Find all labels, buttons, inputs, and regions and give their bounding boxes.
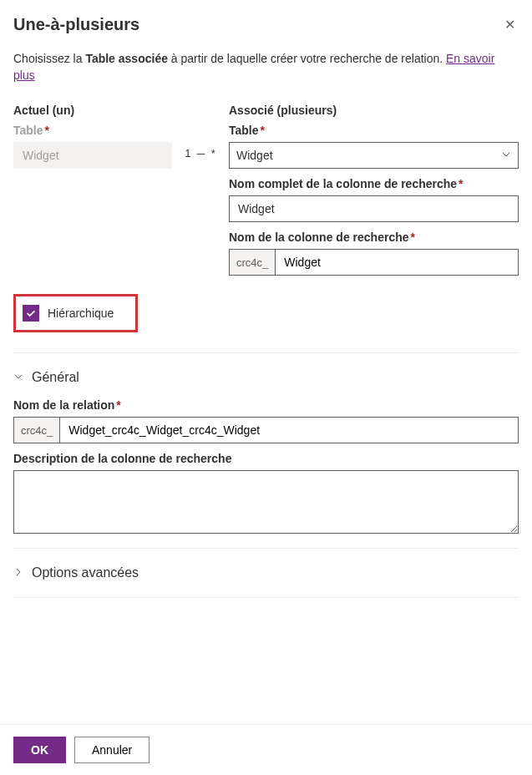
related-table-label: Table* <box>229 124 519 137</box>
lookup-display-name-input[interactable] <box>236 201 511 216</box>
related-table-value: Widget <box>236 149 273 162</box>
intro-bold: Table associée <box>85 52 168 65</box>
intro-text: Choisissez la Table associée à partir de… <box>13 51 519 84</box>
description-label: Description de la colonne de recherche <box>13 452 519 465</box>
intro-post: à partir de laquelle créer votre recherc… <box>168 52 446 65</box>
cancel-button[interactable]: Annuler <box>74 737 149 763</box>
intro-pre: Choisissez la <box>13 52 85 65</box>
hierarchical-highlight: Hiérarchique <box>13 294 138 332</box>
advanced-header: Options avancées <box>32 565 139 580</box>
lookup-display-name-label: Nom complet de la colonne de recherche* <box>229 177 519 190</box>
general-expander[interactable]: Général <box>13 365 519 390</box>
lookup-prefix: crc4c_ <box>229 249 275 276</box>
current-heading: Actuel (un) <box>13 104 172 117</box>
relation-name-prefix: crc4c_ <box>13 417 59 443</box>
hierarchical-checkbox[interactable] <box>23 305 39 322</box>
lookup-display-name-field[interactable] <box>229 195 519 222</box>
close-icon[interactable]: ✕ <box>501 13 519 36</box>
lookup-column-name-input[interactable] <box>282 255 511 270</box>
current-table-input <box>21 148 165 163</box>
chevron-right-icon <box>13 567 23 580</box>
chevron-down-icon <box>501 149 511 162</box>
relation-name-label: Nom de la relation* <box>13 398 519 412</box>
cardinality-indicator: 1 ⸺ * <box>180 104 220 160</box>
general-header: Général <box>32 370 79 385</box>
ok-button[interactable]: OK <box>13 737 66 763</box>
relation-name-field[interactable]: crc4c_ <box>13 417 519 443</box>
advanced-expander[interactable]: Options avancées <box>13 560 519 585</box>
lookup-column-name-field[interactable]: crc4c_ <box>229 249 519 276</box>
panel-title: Une-à-plusieurs <box>13 15 139 34</box>
description-textarea[interactable] <box>13 470 519 534</box>
hierarchical-label: Hiérarchique <box>48 306 114 320</box>
lookup-column-name-label: Nom de la colonne de recherche* <box>229 230 519 244</box>
footer: OK Annuler <box>0 724 532 775</box>
related-heading: Associé (plusieurs) <box>229 104 519 117</box>
relation-name-input[interactable] <box>67 423 511 438</box>
current-table-field <box>13 142 172 169</box>
related-table-dropdown[interactable]: Widget <box>229 142 519 169</box>
checkmark-icon <box>25 307 37 319</box>
current-table-label: Table* <box>13 124 172 137</box>
chevron-down-icon <box>13 372 23 384</box>
